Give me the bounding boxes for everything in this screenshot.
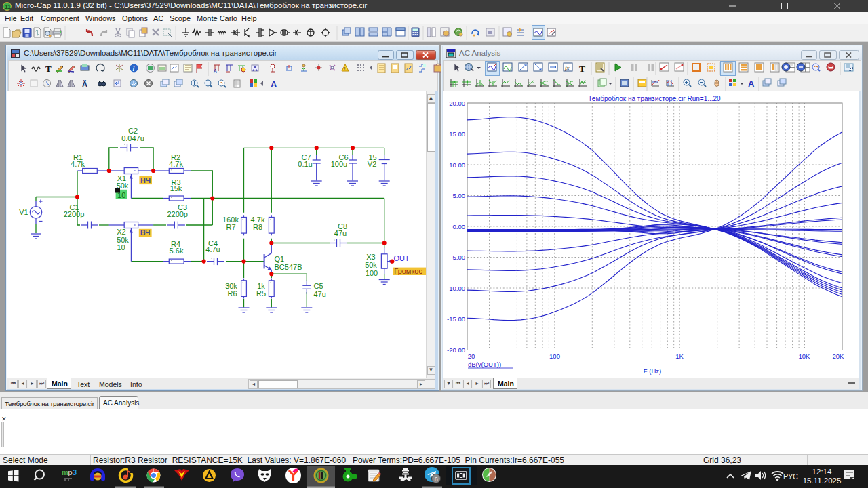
svg-text:50k: 50k	[365, 261, 377, 269]
svg-text:20.00: 20.00	[449, 100, 465, 107]
svg-text:100u: 100u	[331, 160, 347, 168]
svg-text:X1: X1	[117, 174, 126, 182]
svg-text:Громкос: Громкос	[394, 267, 422, 275]
svg-text:0.1u: 0.1u	[298, 160, 312, 168]
svg-text:РУС: РУС	[783, 472, 798, 481]
svg-text:fx: fx	[565, 64, 570, 71]
svg-text:p: p	[68, 468, 73, 476]
svg-text:0.00: 0.00	[453, 223, 466, 230]
svg-text:A: A	[748, 79, 755, 89]
svg-text:X3: X3	[366, 253, 375, 261]
svg-text:15.00: 15.00	[449, 130, 465, 138]
svg-text:20K: 20K	[833, 352, 845, 360]
svg-text:R6: R6	[227, 289, 237, 298]
svg-text:A: A	[214, 68, 217, 73]
svg-text:T: T	[579, 64, 585, 74]
svg-text:НЧ: НЧ	[140, 176, 151, 184]
svg-text:12:14: 12:14	[812, 468, 832, 476]
svg-text:10: 10	[117, 243, 125, 251]
svg-text:3: 3	[73, 468, 77, 476]
svg-text:BC547B: BC547B	[275, 263, 302, 271]
svg-text:Q1: Q1	[275, 255, 285, 263]
svg-text:OUT: OUT	[393, 254, 410, 262]
svg-text:Ӓ: Ӓ	[82, 80, 87, 88]
svg-text:4.7k: 4.7k	[169, 160, 183, 168]
svg-text:10.00: 10.00	[449, 161, 465, 169]
svg-text:1k: 1k	[257, 282, 265, 290]
svg-text:47u: 47u	[334, 229, 347, 237]
svg-text:!: !	[344, 66, 346, 72]
svg-text:R7: R7	[226, 223, 235, 231]
svg-text:1K: 1K	[675, 352, 684, 360]
svg-text:5.6k: 5.6k	[170, 247, 184, 255]
svg-text:R5: R5	[256, 289, 266, 298]
svg-text:47u: 47u	[314, 290, 326, 298]
svg-text:4.7u: 4.7u	[205, 245, 220, 253]
svg-text:20: 20	[468, 352, 475, 360]
svg-text:R8: R8	[253, 223, 262, 231]
svg-text:0.047u: 0.047u	[121, 134, 144, 142]
svg-text:i: i	[133, 65, 135, 73]
svg-text:-10.00: -10.00	[447, 285, 465, 292]
svg-text:15k: 15k	[170, 184, 182, 192]
svg-text:50k: 50k	[117, 182, 129, 190]
svg-text:100: 100	[549, 352, 560, 360]
svg-text:2200p: 2200p	[167, 210, 188, 218]
svg-text:15.11.2025: 15.11.2025	[803, 476, 842, 485]
svg-text:V2: V2	[368, 160, 376, 168]
svg-text:-15.00: -15.00	[447, 315, 465, 323]
svg-text:-20.00: -20.00	[447, 346, 465, 354]
svg-text:100: 100	[366, 269, 378, 277]
svg-text:2200p: 2200p	[64, 210, 85, 218]
svg-text:5.00: 5.00	[453, 192, 466, 199]
svg-text:6: 6	[435, 476, 438, 483]
svg-text:-5.00: -5.00	[450, 253, 465, 261]
svg-text:30k: 30k	[225, 282, 237, 290]
svg-text:Темброблок на транзисторе.cir: Темброблок на транзисторе.cir Run=1...20	[588, 95, 721, 102]
svg-text:F (Hz): F (Hz)	[644, 367, 661, 375]
svg-text:C5: C5	[314, 282, 323, 290]
svg-text:10K: 10K	[799, 352, 811, 360]
svg-text:ВЧ: ВЧ	[140, 228, 151, 237]
svg-text:4.7k: 4.7k	[71, 160, 85, 168]
svg-text:V1: V1	[19, 208, 28, 216]
svg-text:T: T	[45, 64, 52, 74]
svg-text:X2: X2	[117, 228, 125, 236]
svg-text:A: A	[271, 79, 277, 89]
svg-text:dB(v(OUT)): dB(v(OUT))	[468, 361, 501, 368]
